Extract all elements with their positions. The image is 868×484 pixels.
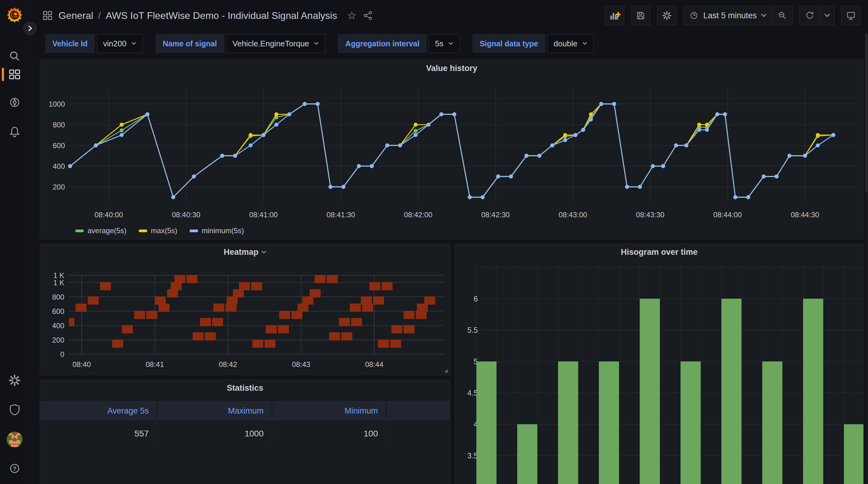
svg-text:08:42: 08:42: [219, 360, 237, 368]
dashboard-variables: Vehicle Id vin200 Name of signal Vehicle…: [45, 34, 594, 53]
svg-text:600: 600: [53, 142, 65, 150]
page-title: AWS IoT FleetWise Demo - Individual Sign…: [106, 10, 337, 21]
panel-heatmap: Heatmap 02004006008001 K1 K08:4008:4108:…: [40, 244, 451, 375]
panel-resize-handle[interactable]: [442, 367, 448, 373]
breadcrumb-separator: /: [98, 10, 101, 21]
chart-legend: average(5s)max(5s)minimum(5s): [75, 226, 244, 235]
legend-swatch: [139, 230, 147, 232]
sidebar: ?: [0, 0, 29, 484]
panel-statistics: Statistics Average 5s Maximum Minimum St…: [40, 380, 451, 484]
histogram-chart: 65.554.543.5: [455, 244, 864, 484]
statistics-table: Average 5s Maximum Minimum Standard Devi…: [40, 401, 451, 447]
clock-icon: [689, 11, 699, 21]
refresh-button[interactable]: [800, 6, 820, 25]
svg-text:08:41:00: 08:41:00: [249, 211, 278, 219]
variable-value-dropdown[interactable]: double: [547, 34, 594, 53]
add-panel-button[interactable]: [605, 6, 624, 25]
heatmap-chart: 02004006008001 K1 K08:4008:4108:4208:430…: [40, 244, 451, 375]
variable-label: Vehicle Id: [45, 34, 95, 53]
variable-label: Aggregation interval: [338, 34, 427, 53]
dashboard-grid: Value history 200400600800100008:40:0008…: [29, 56, 868, 484]
variable-value-dropdown[interactable]: vin200: [97, 34, 143, 53]
svg-text:4.5: 4.5: [467, 389, 478, 397]
user-avatar[interactable]: [0, 431, 29, 448]
kiosk-mode-button[interactable]: [841, 6, 861, 25]
svg-text:800: 800: [52, 293, 64, 301]
toolbar-actions: Last 5 minutes: [605, 6, 861, 25]
page-scrollbar[interactable]: [865, 33, 868, 484]
svg-text:1 K: 1 K: [53, 271, 64, 279]
value-history-chart: 200400600800100008:40:0008:40:3008:41:00…: [40, 60, 864, 240]
breadcrumb-section[interactable]: General: [59, 10, 93, 21]
svg-text:400: 400: [53, 162, 65, 170]
cell-stddev: 271: [386, 421, 451, 447]
legend-item[interactable]: max(5s): [139, 226, 177, 235]
legend-item[interactable]: minimum(5s): [190, 226, 244, 235]
svg-text:08:40:00: 08:40:00: [94, 211, 123, 219]
breadcrumb: General / AWS IoT FleetWise Demo - Indiv…: [41, 9, 373, 22]
panel-value-history: Value history 200400600800100008:40:0008…: [40, 60, 864, 240]
top-navigation-bar: General / AWS IoT FleetWise Demo - Indiv…: [29, 0, 868, 31]
svg-text:08:44: 08:44: [365, 360, 383, 368]
sidebar-item-explore[interactable]: [0, 95, 29, 110]
column-header-maximum[interactable]: Maximum: [157, 401, 272, 421]
cell-maximum: 1000: [157, 421, 272, 447]
shield-icon[interactable]: [0, 402, 29, 417]
svg-text:?: ?: [13, 465, 17, 472]
cell-average: 557: [40, 421, 157, 447]
sidebar-expand-button[interactable]: [23, 21, 37, 35]
variable-value-dropdown[interactable]: 5s: [429, 34, 459, 53]
help-icon[interactable]: ?: [0, 461, 29, 476]
variable-signal-name: Name of signal Vehicle.EngineTorque: [155, 34, 325, 53]
chevron-down-icon: [261, 250, 267, 254]
svg-text:08:40:30: 08:40:30: [172, 211, 200, 219]
sidebar-item-alerting[interactable]: [0, 124, 29, 139]
column-header-minimum[interactable]: Minimum: [272, 401, 386, 421]
caret-down-icon: [825, 14, 830, 18]
table-row: 557 1000 100 271: [40, 421, 451, 447]
refresh-group: [799, 6, 835, 25]
variable-label: Signal data type: [472, 34, 546, 53]
svg-text:800: 800: [53, 121, 65, 129]
svg-text:08:43:00: 08:43:00: [559, 211, 587, 219]
svg-text:200: 200: [52, 336, 64, 344]
caret-down-icon: [761, 14, 767, 18]
svg-text:08:42:00: 08:42:00: [404, 211, 432, 219]
variable-value-dropdown[interactable]: Vehicle.EngineTorque: [226, 34, 326, 53]
variable-label: Name of signal: [155, 34, 224, 53]
svg-text:0: 0: [60, 350, 64, 358]
cell-minimum: 100: [272, 421, 386, 447]
panel-title[interactable]: Heatmap: [40, 247, 450, 257]
panel-title: Statistics: [40, 384, 450, 393]
zoom-out-button[interactable]: [772, 6, 793, 25]
svg-text:08:44:30: 08:44:30: [790, 211, 819, 219]
svg-text:08:41:30: 08:41:30: [327, 211, 355, 219]
legend-item[interactable]: average(5s): [75, 226, 126, 235]
refresh-interval-dropdown[interactable]: [820, 6, 834, 25]
time-range-button[interactable]: Last 5 minutes: [684, 6, 772, 25]
time-range-label: Last 5 minutes: [703, 11, 757, 21]
svg-text:400: 400: [52, 322, 64, 330]
svg-text:5.5: 5.5: [467, 326, 478, 334]
save-dashboard-button[interactable]: [631, 6, 650, 25]
svg-text:08:41: 08:41: [146, 360, 164, 368]
sidebar-item-dashboards[interactable]: [0, 67, 29, 82]
share-icon[interactable]: [363, 10, 373, 21]
svg-text:600: 600: [52, 307, 64, 315]
settings-gear-icon[interactable]: [0, 373, 29, 388]
grafana-logo[interactable]: [0, 5, 29, 24]
svg-text:3.5: 3.5: [467, 451, 478, 460]
scrollbar-thumb[interactable]: [866, 34, 867, 193]
table-header-row: Average 5s Maximum Minimum Standard Devi…: [40, 401, 451, 421]
column-header-average[interactable]: Average 5s: [40, 401, 157, 421]
search-icon[interactable]: [0, 49, 29, 63]
svg-text:08:40: 08:40: [72, 360, 91, 368]
star-icon[interactable]: ☆: [347, 10, 356, 21]
svg-text:08:44:00: 08:44:00: [713, 211, 742, 219]
panel-histogram: Hisogram over time 65.554.543.5: [455, 244, 864, 484]
panel-title: Value history: [40, 64, 863, 73]
apps-grid-icon: [41, 9, 54, 22]
column-header-stddev[interactable]: Standard Deviation: [386, 401, 451, 421]
svg-text:1000: 1000: [49, 100, 65, 108]
dashboard-settings-button[interactable]: [657, 6, 677, 25]
